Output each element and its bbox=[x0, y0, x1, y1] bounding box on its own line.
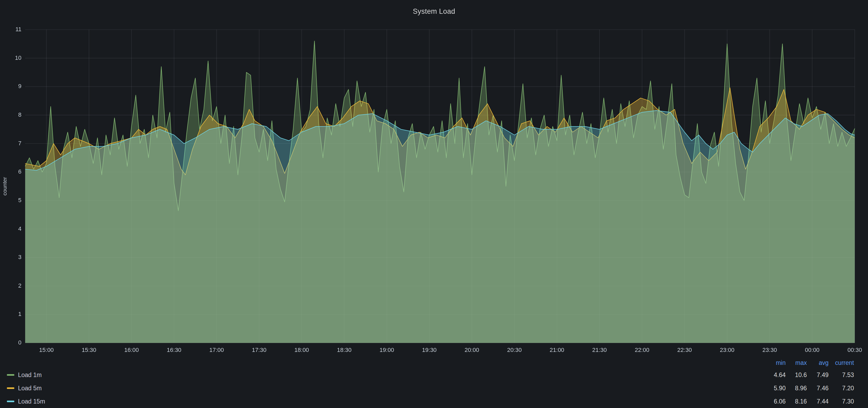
legend-series-toggle[interactable]: Load 1m bbox=[7, 372, 765, 379]
legend-series-swatch bbox=[7, 401, 14, 402]
legend-col-header-current[interactable]: current bbox=[829, 359, 854, 367]
y-axis-label: counter bbox=[2, 173, 8, 200]
legend-col-header-min[interactable]: min bbox=[765, 359, 786, 367]
legend-col-header-max[interactable]: max bbox=[786, 359, 807, 367]
legend-series-swatch bbox=[7, 374, 14, 376]
legend-value-current: 7.53 bbox=[829, 372, 854, 379]
legend-value-avg: 7.46 bbox=[807, 385, 829, 392]
legend-series-toggle[interactable]: Load 5m bbox=[7, 385, 765, 392]
legend-value-max: 10.6 bbox=[786, 372, 807, 379]
legend-row: Load 1m4.6410.67.497.53 bbox=[0, 368, 868, 381]
legend-col-header-avg[interactable]: avg bbox=[807, 359, 829, 367]
legend-row: Load 15m6.068.167.447.30 bbox=[0, 395, 868, 408]
legend-series-label: Load 5m bbox=[18, 385, 42, 392]
legend-value-avg: 7.44 bbox=[807, 398, 829, 405]
legend-value-avg: 7.49 bbox=[807, 372, 829, 379]
legend-value-min: 4.64 bbox=[765, 372, 786, 379]
legend-value-current: 7.20 bbox=[829, 385, 854, 392]
legend-series-label: Load 15m bbox=[18, 398, 45, 405]
legend-value-max: 8.96 bbox=[786, 385, 807, 392]
legend: minmaxavgcurrentLoad 1m4.6410.67.497.53L… bbox=[0, 357, 868, 408]
legend-value-min: 6.06 bbox=[765, 398, 786, 405]
legend-value-max: 8.16 bbox=[786, 398, 807, 405]
legend-value-min: 5.90 bbox=[765, 385, 786, 392]
legend-header-row: minmaxavgcurrent bbox=[0, 357, 868, 368]
system-load-graph-canvas[interactable] bbox=[0, 0, 868, 356]
panel-title[interactable]: System Load bbox=[0, 7, 868, 15]
legend-row: Load 5m5.908.967.467.20 bbox=[0, 381, 868, 395]
legend-value-current: 7.30 bbox=[829, 398, 854, 405]
legend-series-swatch bbox=[7, 387, 14, 389]
legend-series-label: Load 1m bbox=[18, 372, 42, 379]
legend-series-toggle[interactable]: Load 15m bbox=[7, 398, 765, 405]
